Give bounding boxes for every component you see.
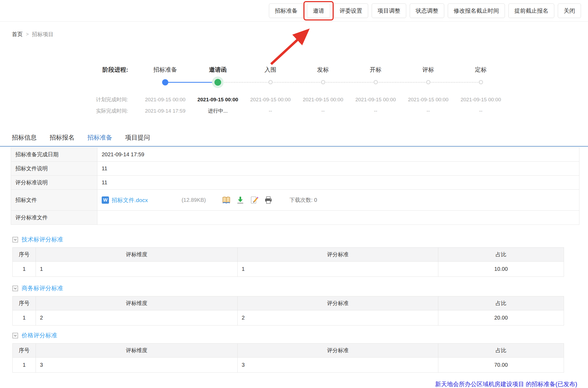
breadcrumb: 首页 > 招标项目	[12, 31, 588, 38]
status-adjust-button[interactable]: 状态调整	[410, 4, 444, 18]
stage-actual-time: 2021-09-14 17:59	[139, 105, 192, 117]
stage-progress-label: 阶段进程:	[0, 64, 128, 76]
cell-criteria: 3	[238, 358, 438, 373]
invite-button[interactable]: 邀请	[307, 4, 330, 18]
criteria-table-business: 序号 评标维度 评分标准 占比 1 2 2 20.00	[12, 296, 564, 325]
stage-column: 发标 2021-09-15 00:00 --	[297, 64, 349, 117]
table-row-file: 招标文件 W 招标文件.docx (12.89KB)	[11, 190, 579, 211]
col-header-criteria: 评分标准	[238, 248, 438, 262]
cell-index: 1	[13, 358, 36, 373]
bid-prepare-button[interactable]: 招标准备	[269, 4, 303, 18]
row-value: 11	[97, 176, 579, 189]
col-header-index: 序号	[13, 296, 36, 310]
close-button[interactable]: 关闭	[558, 4, 581, 18]
col-header-dimension: 评标维度	[36, 296, 238, 310]
stage-actual-time: 进行中...	[192, 105, 244, 117]
red-arrow	[256, 21, 326, 67]
stage-actual-time: --	[402, 105, 454, 117]
row-label: 评分标准说明	[11, 176, 97, 189]
section-title-technical: 技术标评分标准	[12, 235, 588, 244]
col-header-ratio: 占比	[438, 344, 564, 358]
stage-actual-time: --	[244, 105, 297, 117]
project-adjust-button[interactable]: 项目调整	[372, 4, 406, 18]
edit-icon[interactable]	[250, 196, 259, 205]
row-value: 11	[97, 162, 579, 175]
cell-criteria: 1	[238, 262, 438, 277]
collapse-icon[interactable]	[12, 333, 18, 338]
collapse-icon[interactable]	[12, 237, 18, 242]
stage-column: 邀请函 2021-09-15 00:00 进行中...	[192, 64, 244, 117]
actual-time-label: 实际完成时间:	[0, 105, 128, 117]
project-status-link[interactable]: 新天地会所办公区域机房建设项目 的招标准备(已发布)	[0, 380, 588, 388]
breadcrumb-separator-icon: >	[26, 32, 29, 37]
print-icon[interactable]	[264, 196, 273, 205]
stage-dot-current	[214, 79, 221, 86]
modify-deadline-button[interactable]: 修改报名截止时间	[448, 4, 505, 18]
download-icon[interactable]	[236, 196, 245, 205]
stage-plan-time: 2021-09-15 00:00	[402, 94, 454, 105]
cell-index: 1	[13, 262, 36, 277]
tab-bid-prepare[interactable]: 招标准备	[87, 133, 112, 146]
file-link[interactable]: 招标文件.docx	[112, 196, 148, 204]
col-header-index: 序号	[13, 248, 36, 262]
file-row-value: W 招标文件.docx (12.89KB)	[97, 190, 579, 210]
section-title-price: 价格评分标准	[12, 331, 588, 340]
early-close-signup-button[interactable]: 提前截止报名	[508, 4, 554, 18]
col-header-criteria: 评分标准	[238, 344, 438, 358]
download-count: 下载次数: 0	[289, 196, 317, 204]
tab-project-question[interactable]: 项目提问	[125, 133, 150, 146]
stage-plan-time: 2021-09-15 00:00	[454, 94, 507, 105]
row-label: 招标文件	[11, 190, 97, 210]
row-label: 招标文件说明	[11, 162, 97, 175]
table-row: 评分标准说明 11	[11, 176, 579, 190]
stage-columns: 招标准备 2021-09-15 00:00 2021-09-14 17:59 邀…	[139, 64, 507, 117]
stage-plan-time: 2021-09-15 00:00	[244, 94, 297, 105]
judge-setting-button[interactable]: 评委设置	[334, 4, 368, 18]
col-header-dimension: 评标维度	[36, 344, 238, 358]
cell-index: 1	[13, 310, 36, 325]
stage-column: 入围 2021-09-15 00:00 --	[244, 64, 297, 117]
breadcrumb-home[interactable]: 首页	[12, 31, 23, 38]
stage-plan-time: 2021-09-15 00:00	[139, 94, 192, 105]
stage-plan-time: 2021-09-15 00:00	[192, 94, 244, 105]
row-value: 2021-09-14 17:59	[97, 148, 579, 161]
highlight-box: 邀请	[303, 1, 334, 20]
stage-dot-pending	[321, 80, 325, 84]
table-row: 1 1 1 10.00	[13, 262, 564, 277]
book-icon[interactable]	[222, 196, 231, 205]
tab-bid-info[interactable]: 招标信息	[12, 133, 37, 146]
section-title-text[interactable]: 技术标评分标准	[22, 235, 63, 244]
stage-progress: 阶段进程: 计划完成时间: 实际完成时间: 招标准备 2021-09-15 00…	[0, 64, 588, 117]
cell-criteria: 2	[238, 310, 438, 325]
row-label: 招标准备完成日期	[11, 148, 97, 161]
col-header-ratio: 占比	[438, 248, 564, 262]
cell-dimension: 2	[36, 310, 238, 325]
stage-column: 定标 2021-09-15 00:00 --	[454, 64, 507, 117]
cell-dimension: 1	[36, 262, 238, 277]
stage-column: 开标 2021-09-15 00:00 --	[349, 64, 402, 117]
cell-ratio: 20.00	[438, 310, 564, 325]
file-size: (12.89KB)	[182, 197, 206, 203]
stage-dot-pending	[479, 80, 483, 84]
stage-plan-time: 2021-09-15 00:00	[297, 94, 349, 105]
table-row: 招标准备完成日期 2021-09-14 17:59	[11, 148, 579, 162]
stage-name: 开标	[349, 64, 402, 76]
stage-name: 招标准备	[139, 64, 192, 76]
cell-dimension: 3	[36, 358, 238, 373]
row-value	[97, 211, 579, 224]
cell-ratio: 10.00	[438, 262, 564, 277]
plan-time-label: 计划完成时间:	[0, 94, 128, 105]
stage-plan-time: 2021-09-15 00:00	[349, 94, 402, 105]
table-row: 评分标准文件	[11, 211, 579, 225]
progress-labels: 阶段进程: 计划完成时间: 实际完成时间:	[0, 64, 139, 117]
table-row: 1 3 3 70.00	[13, 358, 564, 373]
breadcrumb-current: 招标项目	[32, 31, 54, 38]
section-title-text[interactable]: 价格评分标准	[22, 331, 57, 340]
section-title-text[interactable]: 商务标评分标准	[22, 284, 63, 292]
tab-bid-signup[interactable]: 招标报名	[50, 133, 74, 146]
table-row: 招标文件说明 11	[11, 162, 579, 176]
stage-actual-time: --	[349, 105, 402, 117]
col-header-ratio: 占比	[438, 296, 564, 310]
stage-name: 发标	[297, 64, 349, 76]
collapse-icon[interactable]	[12, 286, 18, 291]
